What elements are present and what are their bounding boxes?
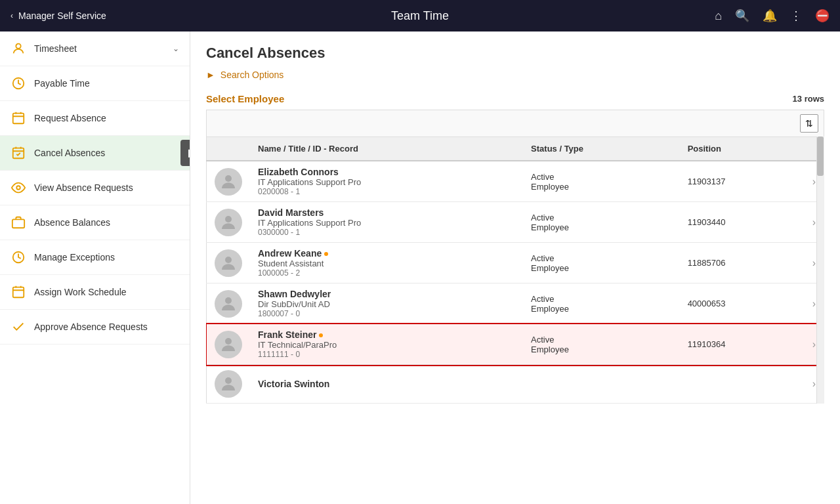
sidebar-item-approve-absence-requests[interactable]: Approve Absence Requests: [0, 310, 190, 345]
approve-absence-requests-label: Approve Absence Requests: [34, 322, 179, 332]
main-content: Cancel Absences ► Search Options Select …: [190, 32, 840, 504]
employee-name: Shawn Dedwyler: [258, 289, 515, 299]
employee-name: Frank Steiner: [258, 329, 515, 340]
absence-balances-icon: [10, 215, 26, 230]
home-icon[interactable]: ⌂: [715, 9, 722, 23]
rows-count: 13 rows: [793, 94, 824, 104]
payable-time-label: Payable Time: [34, 78, 179, 89]
approve-absence-requests-icon: [10, 319, 26, 335]
employee-type: Employee: [531, 222, 672, 232]
table-toolbar: ⇅: [206, 110, 824, 136]
name-cell: Victoria Swinton: [250, 365, 523, 404]
search-options-toggle[interactable]: ► Search Options: [206, 70, 824, 80]
sidebar-item-cancel-absences[interactable]: Cancel Absences ❚: [0, 136, 190, 171]
employee-name: Elizabeth Connors: [258, 167, 515, 177]
avatar: [215, 209, 242, 236]
position-cell: 11903137: [680, 161, 803, 202]
employee-id: 1800007 - 0: [258, 309, 515, 318]
timesheet-icon: [10, 41, 26, 56]
employee-id: 0300000 - 1: [258, 228, 515, 237]
employee-id: 1111111 - 0: [258, 350, 515, 359]
back-button[interactable]: ‹ Manager Self Service: [10, 10, 106, 21]
employee-title: IT Applications Support Pro: [258, 218, 515, 228]
employee-title: Student Assistant: [258, 259, 515, 268]
table-row[interactable]: David Marsters IT Applications Support P…: [207, 202, 824, 243]
col-avatar: [207, 137, 251, 161]
avatar-cell: [207, 161, 251, 202]
name-cell: Shawn Dedwyler Dir SubDiv/Unit AD 180000…: [250, 284, 523, 324]
employee-type: Employee: [531, 304, 672, 314]
employee-status: Active: [531, 253, 672, 263]
col-position: Position: [680, 137, 803, 161]
bell-icon[interactable]: 🔔: [763, 9, 777, 23]
employee-status: Active: [531, 213, 672, 222]
sidebar: Timesheet ⌄ Payable Time Request Absence: [0, 32, 190, 504]
employee-status: Active: [531, 335, 672, 345]
header-icons: ⌂ 🔍 🔔 ⋮ ⛔: [715, 9, 830, 23]
table-row[interactable]: Andrew Keane Student Assistant 1000005 -…: [207, 243, 824, 284]
assign-work-schedule-label: Assign Work Schedule: [34, 287, 179, 297]
avatar-cell: [207, 324, 251, 365]
avatar: [215, 331, 242, 358]
sidebar-item-request-absence[interactable]: Request Absence: [0, 101, 190, 136]
svg-point-8: [225, 175, 232, 182]
timesheet-label: Timesheet: [34, 43, 165, 54]
position-cell: [680, 365, 803, 404]
sort-button[interactable]: ⇅: [800, 114, 818, 133]
section-header: Select Employee 13 rows: [206, 93, 824, 104]
svg-rect-7: [13, 287, 24, 298]
indicator-dot: [319, 333, 323, 337]
sidebar-toggle[interactable]: ❚: [180, 140, 190, 166]
employee-type: Employee: [531, 345, 672, 354]
sidebar-item-payable-time[interactable]: Payable Time: [0, 66, 190, 101]
avatar-cell: [207, 243, 251, 284]
table-row[interactable]: Shawn Dedwyler Dir SubDiv/Unit AD 180000…: [207, 284, 824, 324]
cancel-absences-label: Cancel Absences: [34, 148, 179, 158]
employee-status: Active: [531, 172, 672, 182]
svg-rect-2: [13, 114, 24, 124]
expand-icon: ⌄: [173, 44, 179, 53]
chevron-right-icon: ►: [206, 70, 215, 80]
position-cell: 11910364: [680, 324, 803, 365]
svg-point-11: [225, 297, 232, 304]
chevron-left-icon: ‹: [10, 11, 13, 20]
employee-name: David Marsters: [258, 207, 515, 218]
search-icon[interactable]: 🔍: [735, 9, 749, 23]
table-row[interactable]: Frank Steiner IT Technical/ParaPro 11111…: [207, 324, 824, 365]
status-cell: [523, 365, 680, 404]
assign-work-schedule-icon: [10, 284, 26, 300]
request-absence-icon: [10, 110, 26, 126]
sidebar-item-timesheet[interactable]: Timesheet ⌄: [0, 32, 190, 66]
sidebar-item-assign-work-schedule[interactable]: Assign Work Schedule: [0, 275, 190, 310]
position-cell: 11903440: [680, 202, 803, 243]
table-container: ⇅ Name / Title / ID - Record Status / Ty…: [206, 110, 824, 404]
main-layout: Timesheet ⌄ Payable Time Request Absence: [0, 32, 840, 504]
employee-id: 0200008 - 1: [258, 187, 515, 196]
page-title: Cancel Absences: [206, 45, 824, 62]
request-absence-label: Request Absence: [34, 113, 179, 123]
svg-point-10: [225, 257, 232, 263]
employee-name: Andrew Keane: [258, 248, 515, 259]
page-header-title: Team Time: [391, 9, 449, 23]
employee-type: Employee: [531, 182, 672, 192]
scroll-track[interactable]: [816, 136, 824, 404]
name-cell: Andrew Keane Student Assistant 1000005 -…: [250, 243, 523, 284]
view-absence-requests-label: View Absence Requests: [34, 182, 179, 193]
col-status: Status / Type: [523, 137, 680, 161]
sidebar-item-view-absence-requests[interactable]: View Absence Requests: [0, 171, 190, 205]
block-icon[interactable]: ⛔: [815, 9, 830, 23]
sidebar-item-manage-exceptions[interactable]: Manage Exceptions: [0, 240, 190, 275]
sidebar-item-absence-balances[interactable]: Absence Balances: [0, 205, 190, 240]
more-options-icon[interactable]: ⋮: [790, 9, 802, 23]
table-row[interactable]: Victoria Swinton ›: [207, 365, 824, 404]
employee-status: Active: [531, 294, 672, 304]
avatar: [215, 249, 242, 277]
payable-time-icon: [10, 75, 26, 91]
status-cell: ActiveEmployee: [523, 284, 680, 324]
table-row[interactable]: Elizabeth Connors IT Applications Suppor…: [207, 161, 824, 202]
search-options-label: Search Options: [220, 70, 284, 80]
avatar: [215, 370, 242, 398]
avatar: [215, 168, 242, 196]
svg-point-13: [225, 377, 232, 384]
status-cell: ActiveEmployee: [523, 243, 680, 284]
